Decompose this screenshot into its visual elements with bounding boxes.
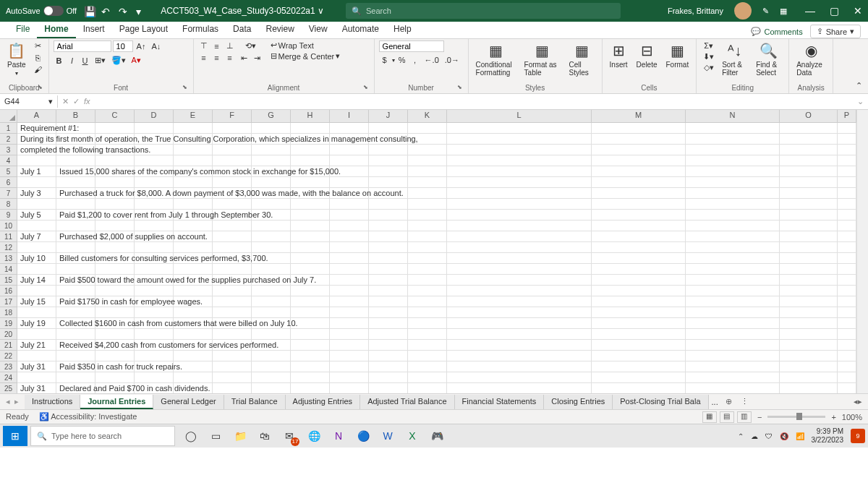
cell[interactable] — [95, 286, 135, 296]
cell[interactable] — [291, 242, 330, 253]
row-header[interactable]: 21 — [0, 340, 17, 351]
cell[interactable] — [408, 242, 447, 253]
cell[interactable] — [686, 166, 780, 177]
cell[interactable] — [686, 231, 780, 242]
cell[interactable] — [408, 166, 447, 177]
cell[interactable] — [408, 275, 447, 286]
cell[interactable] — [780, 123, 838, 134]
cell[interactable] — [780, 264, 838, 275]
cell[interactable] — [408, 177, 447, 188]
cell[interactable] — [686, 210, 780, 221]
cell[interactable] — [686, 123, 780, 134]
edge-icon[interactable]: 🌐 — [305, 427, 323, 445]
cell[interactable] — [447, 134, 592, 145]
cell[interactable] — [447, 329, 592, 340]
minimize-button[interactable]: — — [805, 5, 815, 17]
cell[interactable] — [408, 231, 447, 242]
row-header[interactable]: 17 — [0, 296, 17, 307]
cell[interactable] — [447, 231, 592, 242]
cell[interactable] — [330, 340, 369, 351]
currency-button[interactable]: $ — [379, 55, 391, 65]
cell[interactable] — [135, 123, 174, 134]
normal-view-button[interactable]: ▦ — [702, 411, 717, 423]
cell[interactable] — [447, 383, 592, 393]
cell[interactable] — [213, 286, 252, 296]
cell[interactable] — [291, 155, 330, 166]
undo-icon[interactable]: ↶ — [101, 6, 111, 16]
cell[interactable] — [838, 264, 856, 275]
cell[interactable] — [447, 123, 592, 134]
sheet-tab[interactable]: Journal Entries — [80, 395, 153, 409]
start-button[interactable]: ⊞ — [3, 426, 27, 446]
cell[interactable] — [213, 307, 252, 318]
font-name-select[interactable] — [54, 40, 111, 52]
row-header[interactable]: 14 — [0, 264, 17, 275]
cell[interactable] — [17, 329, 56, 340]
sheet-next-icon[interactable]: ▸ — [14, 397, 19, 406]
row-header[interactable]: 22 — [0, 351, 17, 361]
cell[interactable] — [838, 134, 856, 145]
cell[interactable] — [408, 199, 447, 210]
cell[interactable] — [592, 145, 686, 155]
cell[interactable] — [17, 199, 56, 210]
cell[interactable] — [56, 264, 95, 275]
onedrive-icon[interactable]: ☁ — [751, 432, 758, 440]
formula-bar[interactable] — [95, 100, 853, 103]
cell[interactable] — [330, 221, 369, 231]
cell[interactable] — [95, 329, 135, 340]
cell[interactable] — [369, 275, 408, 286]
cell[interactable] — [447, 361, 592, 372]
tab-automate[interactable]: Automate — [335, 21, 386, 38]
cell[interactable] — [686, 361, 780, 372]
cell[interactable] — [17, 242, 56, 253]
cell[interactable] — [252, 307, 291, 318]
cell[interactable] — [686, 221, 780, 231]
document-title[interactable]: ACCT503_W4_Case_Study3-052022a1 ∨ — [161, 6, 324, 16]
cell[interactable] — [592, 155, 686, 166]
cell[interactable] — [408, 253, 447, 264]
cell[interactable] — [447, 199, 592, 210]
format-cells-button[interactable]: ▦Format — [663, 40, 692, 70]
cell[interactable] — [213, 177, 252, 188]
cell[interactable] — [174, 264, 213, 275]
cell[interactable] — [592, 383, 686, 393]
cell[interactable] — [330, 329, 369, 340]
row-header[interactable]: 7 — [0, 188, 17, 199]
cell[interactable] — [447, 210, 592, 221]
cell[interactable] — [447, 372, 592, 383]
cell[interactable] — [17, 221, 56, 231]
cell[interactable] — [686, 372, 780, 383]
avatar[interactable] — [734, 2, 752, 20]
row-header[interactable]: 3 — [0, 145, 17, 155]
cell[interactable] — [408, 318, 447, 329]
explorer-icon[interactable]: 📁 — [231, 427, 249, 445]
cell[interactable] — [252, 123, 291, 134]
insert-cells-button[interactable]: ⊞Insert — [607, 40, 631, 70]
cell[interactable] — [135, 286, 174, 296]
cell[interactable] — [447, 286, 592, 296]
column-header[interactable]: F — [213, 110, 252, 123]
cell[interactable] — [592, 210, 686, 221]
vertical-scrollbar[interactable] — [856, 110, 868, 393]
cell[interactable] — [330, 231, 369, 242]
cell[interactable] — [252, 145, 291, 155]
ribbon-mode-icon[interactable]: ▦ — [780, 7, 787, 16]
cell[interactable] — [213, 264, 252, 275]
increase-indent-icon[interactable]: ⇥ — [252, 53, 263, 64]
merge-center-button[interactable]: ⊟ Merge & Center ▾ — [271, 51, 341, 61]
mail-icon[interactable]: ✉ — [281, 427, 298, 445]
align-left-icon[interactable]: ≡ — [198, 53, 210, 63]
paste-button[interactable]: 📋 Paste ▾ — [4, 40, 29, 78]
collapse-ribbon-button[interactable]: ⌃ — [850, 78, 868, 93]
tab-help[interactable]: Help — [386, 21, 419, 38]
cell[interactable] — [56, 372, 95, 383]
cell[interactable] — [330, 145, 369, 155]
cell[interactable] — [369, 221, 408, 231]
cell[interactable] — [780, 318, 838, 329]
cell[interactable] — [330, 242, 369, 253]
cell[interactable] — [56, 329, 95, 340]
cell[interactable] — [369, 210, 408, 221]
cell[interactable] — [56, 351, 95, 361]
cell[interactable] — [174, 329, 213, 340]
cell[interactable] — [369, 383, 408, 393]
